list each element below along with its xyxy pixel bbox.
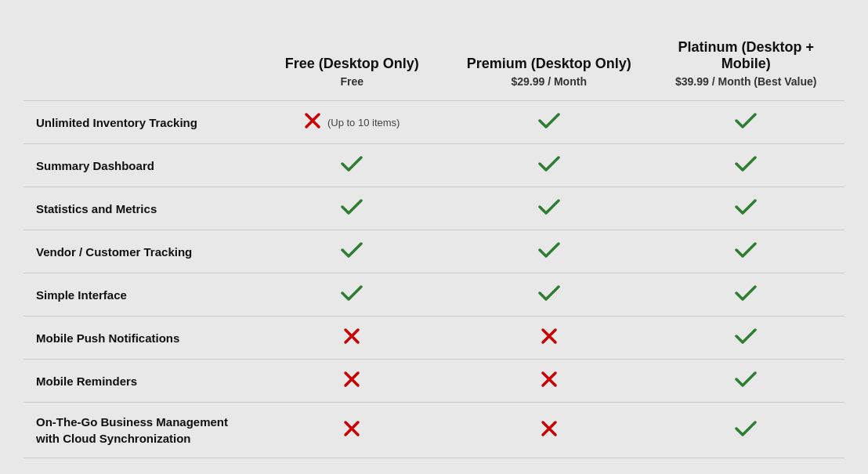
premium-feature-cell <box>450 187 648 230</box>
feature-label: Unlimited Inventory Tracking <box>24 101 253 144</box>
pricing-table: Free (Desktop Only) Free Premium (Deskto… <box>16 16 852 474</box>
check-icon <box>538 155 560 175</box>
feature-row: Mobile Push Notifications <box>24 317 844 360</box>
free-feature-cell: (Up to 10 items) <box>253 101 450 144</box>
platinum-button-cell: Start Platinum <box>647 458 844 475</box>
check-icon <box>538 284 560 305</box>
free-feature-cell <box>253 317 450 360</box>
premium-plan-price: $29.99 / Month <box>463 75 635 88</box>
free-plan-price: Free <box>266 75 438 88</box>
check-icon <box>735 241 757 262</box>
check-icon <box>538 241 560 262</box>
feature-row: Summary Dashboard <box>24 144 844 187</box>
feature-note: (Up to 10 items) <box>327 117 400 128</box>
platinum-feature-cell <box>647 273 844 317</box>
check-icon <box>341 241 363 262</box>
check-icon <box>735 284 757 305</box>
check-icon <box>538 198 560 219</box>
cross-icon <box>343 420 360 440</box>
premium-feature-cell <box>450 101 648 144</box>
premium-plan-name: Premium (Desktop Only) <box>463 56 635 72</box>
platinum-feature-cell <box>647 360 844 403</box>
feature-label: Vendor / Customer Tracking <box>24 230 253 273</box>
button-row: Start FreeStart PremiumStart Platinum <box>24 458 844 475</box>
premium-feature-cell <box>450 273 648 317</box>
free-button-cell: Start Free <box>253 458 450 475</box>
premium-feature-cell <box>450 360 648 403</box>
cross-icon <box>343 327 360 348</box>
button-row-empty <box>24 458 253 475</box>
feature-label: Statistics and Metrics <box>24 187 253 230</box>
premium-plan-header: Premium (Desktop Only) $29.99 / Month <box>450 31 648 101</box>
premium-feature-cell <box>450 403 648 458</box>
check-icon <box>735 112 757 132</box>
free-feature-cell <box>253 230 450 273</box>
check-icon <box>735 420 757 440</box>
platinum-feature-cell <box>647 144 844 187</box>
check-icon <box>735 198 757 219</box>
free-feature-cell <box>253 403 450 458</box>
check-icon <box>735 371 757 391</box>
platinum-feature-cell <box>647 187 844 230</box>
feature-column-header <box>24 31 253 101</box>
platinum-plan-name: Platinum (Desktop + Mobile) <box>660 39 832 72</box>
platinum-feature-cell <box>647 101 844 144</box>
feature-row: Vendor / Customer Tracking <box>24 230 844 273</box>
platinum-feature-cell <box>647 230 844 273</box>
check-icon <box>341 284 363 305</box>
premium-feature-cell <box>450 144 648 187</box>
cross-icon <box>541 371 558 391</box>
free-feature-cell <box>253 187 450 230</box>
feature-label: Mobile Reminders <box>24 360 253 403</box>
feature-row: Simple Interface <box>24 273 844 317</box>
feature-row: Unlimited Inventory Tracking (Up to 10 i… <box>24 101 844 144</box>
check-icon <box>735 327 757 348</box>
cross-icon <box>343 371 360 391</box>
platinum-plan-price: $39.99 / Month (Best Value) <box>660 75 832 88</box>
feature-label: On-The-Go Business Managementwith Cloud … <box>24 403 253 458</box>
feature-row: Statistics and Metrics <box>24 187 844 230</box>
feature-label: Summary Dashboard <box>24 144 253 187</box>
feature-label: Simple Interface <box>24 273 253 317</box>
premium-feature-cell <box>450 230 648 273</box>
check-icon <box>341 198 363 219</box>
free-feature-cell <box>253 144 450 187</box>
feature-row: On-The-Go Business Managementwith Cloud … <box>24 403 844 458</box>
cross-icon <box>541 327 558 348</box>
cross-icon <box>304 112 321 132</box>
premium-feature-cell <box>450 317 648 360</box>
free-feature-cell <box>253 360 450 403</box>
free-plan-header: Free (Desktop Only) Free <box>253 31 450 101</box>
platinum-feature-cell <box>647 403 844 458</box>
free-feature-cell <box>253 273 450 317</box>
free-plan-name: Free (Desktop Only) <box>266 56 438 72</box>
platinum-plan-header: Platinum (Desktop + Mobile) $39.99 / Mon… <box>647 31 844 101</box>
check-icon <box>538 112 560 132</box>
platinum-feature-cell <box>647 317 844 360</box>
check-icon <box>735 155 757 175</box>
plan-header-row: Free (Desktop Only) Free Premium (Deskto… <box>24 31 844 101</box>
check-icon <box>341 155 363 175</box>
premium-button-cell: Start Premium <box>450 458 648 475</box>
feature-row: Mobile Reminders <box>24 360 844 403</box>
cross-icon <box>541 420 558 440</box>
feature-label: Mobile Push Notifications <box>24 317 253 360</box>
